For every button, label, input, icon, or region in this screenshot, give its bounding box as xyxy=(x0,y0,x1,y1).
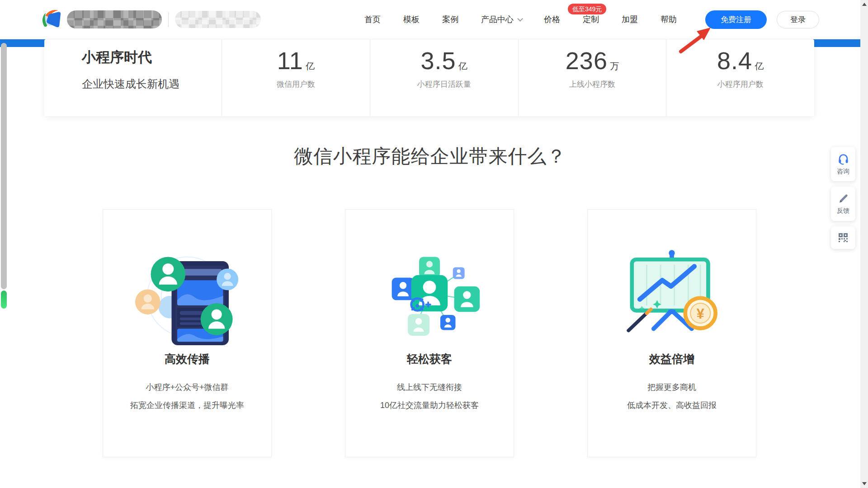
nav-custom[interactable]: 定制 xyxy=(583,14,599,25)
stat-value: 236 xyxy=(566,47,608,75)
card-desc-line1: 线上线下无缝衔接 xyxy=(345,382,514,393)
stat-label: 上线小程序数 xyxy=(519,79,666,89)
blurred-brand-subtitle xyxy=(175,11,261,28)
chevron-down-icon xyxy=(517,16,523,22)
avatar-network-illustration-icon xyxy=(377,241,481,345)
logo-divider xyxy=(168,12,169,27)
vertical-scrollbar[interactable] xyxy=(860,0,868,488)
stat-unit: 亿 xyxy=(306,60,315,72)
consult-label: 咨询 xyxy=(837,168,849,176)
headset-icon xyxy=(837,153,849,165)
stat-value: 11 xyxy=(277,47,303,75)
qr-code-button[interactable] xyxy=(831,226,855,249)
card-title: 效益倍增 xyxy=(588,352,756,366)
blurred-brand-name xyxy=(67,10,162,28)
stat-unit: 亿 xyxy=(755,60,764,72)
card-desc-line2: 10亿社交流量助力轻松获客 xyxy=(345,400,514,411)
scrollbar-green-marker xyxy=(1,291,7,309)
nav-templates[interactable]: 模板 xyxy=(403,14,420,25)
card-spread[interactable]: 高效传播 小程序+公众号+微信群 拓宽企业传播渠道，提升曝光率 xyxy=(103,209,272,457)
card-benefit-growth[interactable]: ¥ 效益倍增 把握更多商机 低成本开发、高收益回报 xyxy=(587,209,756,457)
stat-online-miniprograms: 236万 上线小程序数 xyxy=(518,39,666,116)
stat-daily-active: 3.5亿 小程序日活跃量 xyxy=(370,39,518,116)
feedback-label: 反馈 xyxy=(837,207,849,215)
stat-wechat-users: 11亿 微信用户数 xyxy=(222,39,370,116)
stat-unit: 万 xyxy=(610,60,619,72)
nav-home[interactable]: 首页 xyxy=(364,14,381,25)
card-desc-line2: 拓宽企业传播渠道，提升曝光率 xyxy=(103,400,271,411)
qr-code-icon xyxy=(838,232,849,243)
nav-product-center[interactable]: 产品中心 xyxy=(481,14,521,25)
scrollbar-down-arrow-icon[interactable] xyxy=(862,482,867,485)
scrollbar-up-arrow-icon[interactable] xyxy=(862,3,867,6)
stats-intro: 小程序时代 企业快速成长新机遇 xyxy=(44,39,222,116)
card-acquire-customers[interactable]: 轻松获客 线上线下无缝衔接 10亿社交流量助力轻松获客 xyxy=(345,209,514,457)
stat-label: 小程序用户数 xyxy=(666,79,814,89)
stat-unit: 亿 xyxy=(458,60,467,72)
price-badge: 低至349元 xyxy=(568,4,606,14)
stat-value: 3.5 xyxy=(421,47,456,75)
phone-share-illustration-icon xyxy=(135,241,239,345)
stats-subtitle: 企业快速成长新机遇 xyxy=(82,77,222,91)
stats-title: 小程序时代 xyxy=(82,48,222,66)
card-desc-line2: 低成本开发、高收益回报 xyxy=(588,400,756,411)
coin-yuan-symbol: ¥ xyxy=(697,306,704,321)
nav-cases[interactable]: 案例 xyxy=(442,14,458,25)
nav-help[interactable]: 帮助 xyxy=(660,14,677,25)
pencil-icon xyxy=(838,193,849,204)
consult-button[interactable]: 咨询 xyxy=(831,147,855,181)
card-title: 高效传播 xyxy=(103,352,271,366)
card-title: 轻松获客 xyxy=(345,352,514,366)
card-desc-line1: 小程序+公众号+微信群 xyxy=(103,382,271,393)
section-heading: 微信小程序能给企业带来什么？ xyxy=(0,144,860,169)
main-nav: 首页 模板 案例 产品中心 价格 定制 加盟 帮助 xyxy=(364,0,677,39)
feedback-button[interactable]: 反馈 xyxy=(831,187,855,221)
brand-logo-icon xyxy=(40,8,63,31)
growth-chart-illustration-icon: ¥ xyxy=(620,241,724,345)
top-navbar: 首页 模板 案例 产品中心 价格 定制 加盟 帮助 低至349元 免费注册 登录 xyxy=(0,0,860,39)
nav-pricing[interactable]: 价格 xyxy=(544,14,560,25)
floating-widgets: 咨询 反馈 xyxy=(831,147,855,254)
nav-join[interactable]: 加盟 xyxy=(622,14,638,25)
card-desc-line1: 把握更多商机 xyxy=(588,382,756,393)
stat-label: 小程序日活跃量 xyxy=(370,79,518,89)
stat-label: 微信用户数 xyxy=(222,79,370,89)
annotation-arrow xyxy=(677,26,718,54)
login-button[interactable]: 登录 xyxy=(777,11,819,28)
stat-value: 8.4 xyxy=(717,47,752,75)
feature-cards-row: 高效传播 小程序+公众号+微信群 拓宽企业传播渠道，提升曝光率 xyxy=(103,209,756,457)
scrollbar-thumb[interactable] xyxy=(1,43,7,289)
logo[interactable] xyxy=(40,0,261,39)
